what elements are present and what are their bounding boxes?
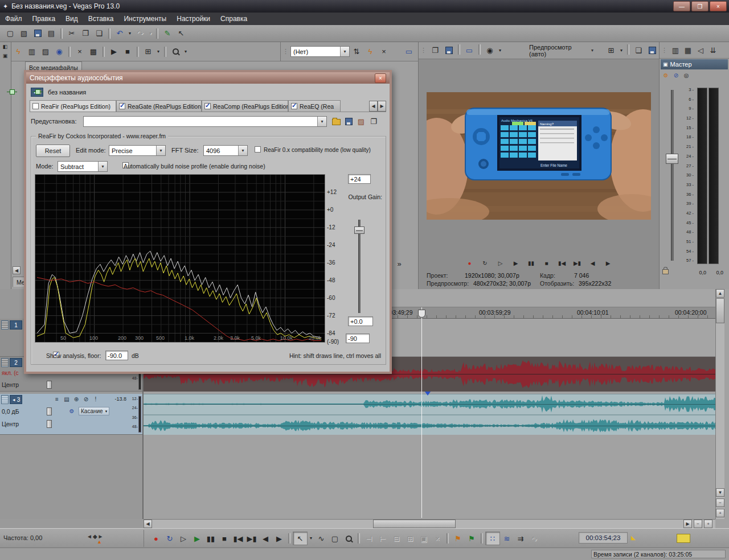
track-mute-button[interactable]: ⊘ — [81, 395, 91, 403]
enable-snapping-button[interactable]: ∷ — [485, 532, 500, 545]
copy-frame-button[interactable]: ❏ — [632, 44, 645, 57]
edit-mode-select[interactable]: Precise — [109, 145, 166, 156]
master-fx-chain-button[interactable]: ⚙ — [661, 71, 671, 80]
plugin-enable-checkbox[interactable] — [119, 103, 125, 109]
media-fx-button[interactable]: ϟ — [11, 46, 25, 58]
insert-marker-button[interactable]: ⚑ — [451, 532, 465, 545]
sort-plugins-button[interactable]: ⇅ — [350, 46, 363, 58]
dim-output-button[interactable]: ◁ — [694, 44, 707, 56]
mode-select[interactable]: Subtract — [58, 161, 108, 172]
split-button[interactable]: ⊟ — [390, 532, 403, 545]
save-preset-icon[interactable] — [343, 116, 354, 127]
auto-ripple-button[interactable]: ⇉ — [514, 532, 527, 545]
fft-size-select[interactable]: 4096 — [203, 145, 248, 156]
timeline-horizontal-scrollbar[interactable]: ◀ ▶ − + — [144, 519, 715, 528]
master-mute-button[interactable]: ⊘ — [671, 71, 681, 80]
track-bus-button[interactable]: ▤ — [62, 395, 71, 403]
next-frame-button[interactable]: ▶ — [272, 532, 286, 545]
transition-preset-select[interactable]: (Нет) — [290, 46, 350, 57]
preset-combo[interactable] — [83, 116, 327, 127]
master-solo-button[interactable]: ◎ — [681, 71, 691, 80]
track-drag-handle[interactable] — [1, 320, 9, 330]
minimize-button[interactable]: — — [673, 1, 690, 11]
cursor-timecode-display[interactable]: 00:03:54;23 — [579, 532, 628, 543]
lock-button[interactable]: ▣ — [417, 532, 431, 545]
go-to-start-button[interactable]: ▮◀ — [231, 532, 245, 545]
media-properties-button[interactable]: ▩ — [87, 46, 100, 58]
loop-playback-button[interactable]: ↻ — [478, 257, 492, 270]
dock-collapse-button[interactable]: ◧ — [0, 42, 10, 51]
tab-reafir[interactable]: ReaFir (ReaPlugs Edition) — [30, 100, 116, 112]
envelope-lock-button[interactable]: ∿ — [527, 532, 541, 545]
undo-button[interactable]: ↶ — [113, 27, 126, 40]
pause-button[interactable]: ▮▮ — [204, 532, 218, 545]
master-fader-handle[interactable] — [666, 154, 678, 164]
tab-scroll-right-button[interactable]: ▶ — [378, 101, 386, 112]
record-button[interactable]: ● — [463, 257, 477, 270]
copy-snapshot-button[interactable]: ❐ — [428, 44, 442, 57]
envelope-tool-button[interactable]: ∿ — [314, 532, 328, 545]
insert-region-button[interactable]: ⚑ — [465, 532, 478, 545]
tab-reacomp[interactable]: ReaComp (ReaPlugs Edition) — [202, 100, 288, 112]
pan-slider-handle[interactable] — [47, 420, 52, 428]
horizontal-scroll-thumb[interactable] — [373, 520, 456, 528]
timeline-vertical-scrollbar[interactable]: ▲ ▼ − + — [715, 289, 724, 519]
edit-tool-dropdown[interactable]: ▾ — [308, 532, 314, 545]
track-header-3[interactable]: ◄ 3 ≡▤⊕⊘! -13.8 0,0 дБ ⚙ Касание ▾ Центр… — [0, 394, 142, 435]
scroll-up-button[interactable]: ▲ — [716, 289, 724, 298]
chevron-down-icon[interactable] — [156, 146, 165, 155]
search-media-button[interactable] — [169, 46, 182, 58]
plugin-enable-checkbox[interactable] — [291, 103, 297, 109]
media-stop-button[interactable]: ■ — [121, 46, 134, 58]
external-monitor-button[interactable]: ▭ — [462, 44, 476, 57]
open-preset-icon[interactable] — [330, 116, 342, 127]
menu-options[interactable]: Настройки — [171, 13, 215, 25]
selection-tool-button[interactable]: ▢ — [328, 532, 342, 545]
time-zoom-in-button[interactable]: + — [704, 520, 712, 528]
go-to-end-button[interactable]: ▶▮ — [571, 257, 584, 270]
delete-button[interactable]: × — [431, 532, 444, 545]
plugin-chain-button[interactable]: ϟ — [363, 46, 377, 58]
views-dropdown[interactable]: ▾ — [155, 46, 162, 58]
menu-tools[interactable]: Инструменты — [118, 13, 171, 25]
overlay-dropdown[interactable]: ▾ — [497, 44, 503, 57]
loop-region-swatch[interactable] — [677, 534, 690, 543]
automation-settings-gear-icon[interactable]: ⚙ — [67, 406, 76, 415]
dock-pin-button[interactable]: ▣ — [0, 51, 10, 60]
master-fader-track[interactable] — [671, 90, 674, 261]
tab-reagate[interactable]: ReaGate (ReaPlugs Edition) — [116, 100, 202, 112]
record-button[interactable]: ● — [149, 532, 163, 545]
maximize-button[interactable]: ❒ — [691, 1, 708, 11]
insert-audio-bus-button[interactable]: ▥ — [669, 44, 682, 56]
media-generators-button[interactable]: ▨ — [39, 46, 52, 58]
play-from-start-button[interactable]: ▷ — [177, 532, 190, 545]
plugin-chain-icon[interactable] — [7, 89, 17, 95]
event-pen-button[interactable]: ✎ — [161, 27, 174, 40]
trim-start-button[interactable]: ⊣ — [362, 532, 376, 545]
video-preview-toggle-button[interactable]: ▭ — [402, 46, 416, 58]
track-zoom-in-button[interactable]: + — [716, 509, 724, 517]
event-marker-icon[interactable] — [425, 392, 431, 396]
compat-mode-checkbox[interactable] — [255, 146, 261, 153]
menu-insert[interactable]: Вставка — [83, 13, 119, 25]
play-button[interactable]: ▶ — [509, 257, 523, 270]
copy-preset-icon[interactable]: ❐ — [368, 116, 379, 127]
add-plugin-chain-icon[interactable] — [32, 89, 43, 95]
paste-button[interactable]: ❏ — [92, 27, 106, 40]
save-frame-button[interactable] — [645, 44, 659, 57]
tab-scroll-left-button[interactable]: ◀ — [369, 101, 378, 112]
track-drag-handle[interactable] — [1, 395, 9, 404]
play-from-start-button[interactable]: ▷ — [494, 257, 507, 270]
remove-media-button[interactable]: × — [73, 46, 87, 58]
track-fx-button[interactable]: ⊕ — [72, 395, 81, 403]
volume-slider-handle[interactable] — [47, 407, 52, 415]
output-gain-slider-handle[interactable] — [354, 227, 364, 234]
redo-dropdown[interactable]: ▾ — [147, 27, 154, 40]
loop-playback-button[interactable]: ↻ — [163, 532, 177, 545]
chevron-down-icon[interactable] — [317, 117, 326, 126]
trim-end-button[interactable]: ⊢ — [376, 532, 390, 545]
prev-frame-button[interactable]: ◀ — [259, 532, 272, 545]
reset-button[interactable]: Reset — [36, 145, 70, 157]
go-to-start-button[interactable]: ▮◀ — [555, 257, 569, 270]
menu-help[interactable]: Справка — [215, 13, 252, 25]
